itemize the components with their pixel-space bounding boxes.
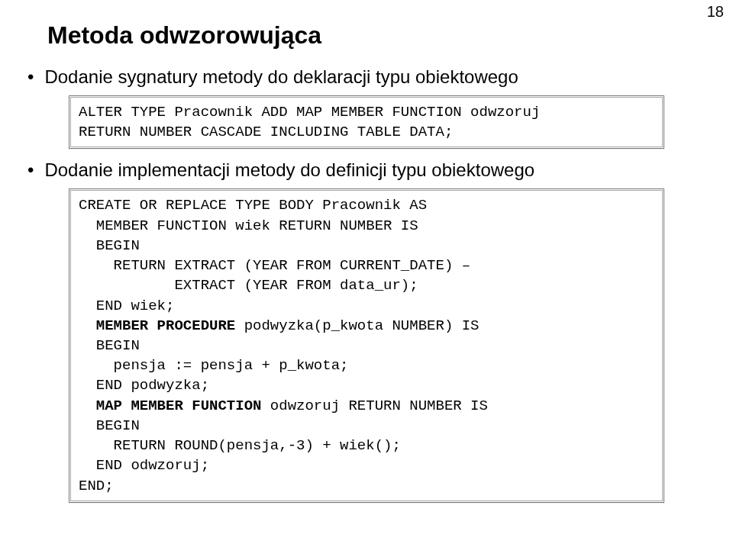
code2-l2: MEMBER FUNCTION wiek RETURN NUMBER IS: [79, 217, 418, 234]
bullet-1-text: Dodanie sygnatury metody do deklaracji t…: [44, 66, 518, 88]
code2-l14: END odwzoruj;: [79, 457, 209, 474]
code1-l2: RETURN NUMBER CASCADE INCLUDING TABLE DA…: [79, 124, 453, 140]
code2-l11b: odwzoruj RETURN NUMBER IS: [261, 397, 487, 414]
code2-l3: BEGIN: [79, 237, 140, 254]
code-2: CREATE OR REPLACE TYPE BODY Pracownik AS…: [79, 195, 654, 495]
page-title: Metoda odwzorowująca: [47, 21, 733, 50]
code2-l4: RETURN EXTRACT (YEAR FROM CURRENT_DATE) …: [79, 257, 470, 274]
code2-l5: EXTRACT (YEAR FROM data_ur);: [79, 277, 418, 294]
code-box-1: ALTER TYPE Pracownik ADD MAP MEMBER FUNC…: [69, 95, 664, 149]
code2-l7a: MEMBER PROCEDURE: [79, 317, 235, 334]
code1-l1: ALTER TYPE Pracownik ADD MAP MEMBER FUNC…: [79, 104, 540, 121]
code2-l10: END podwyzka;: [79, 377, 209, 394]
code2-l6: END wiek;: [79, 298, 174, 314]
code-box-2: CREATE OR REPLACE TYPE BODY Pracownik AS…: [69, 188, 664, 502]
code-box-1-inner: ALTER TYPE Pracownik ADD MAP MEMBER FUNC…: [70, 97, 663, 147]
code-box-2-inner: CREATE OR REPLACE TYPE BODY Pracownik AS…: [70, 190, 663, 500]
code2-l12: BEGIN: [79, 417, 140, 434]
page-number: 18: [707, 3, 724, 21]
code2-l1: CREATE OR REPLACE TYPE BODY Pracownik AS: [79, 197, 427, 214]
code2-l7b: podwyzka(p_kwota NUMBER) IS: [235, 317, 479, 334]
code2-l15: END;: [79, 478, 114, 494]
code2-l11a: MAP MEMBER FUNCTION: [79, 397, 261, 414]
code-1: ALTER TYPE Pracownik ADD MAP MEMBER FUNC…: [79, 102, 654, 142]
code2-l8: BEGIN: [79, 337, 140, 354]
bullet-1: Dodanie sygnatury metody do deklaracji t…: [27, 66, 733, 88]
bullet-2: Dodanie implementacji metody do definicj…: [27, 159, 733, 181]
code2-l13: RETURN ROUND(pensja,-3) + wiek();: [79, 437, 401, 454]
bullet-2-text: Dodanie implementacji metody do definicj…: [44, 159, 534, 181]
code2-l9: pensja := pensja + p_kwota;: [79, 357, 348, 374]
